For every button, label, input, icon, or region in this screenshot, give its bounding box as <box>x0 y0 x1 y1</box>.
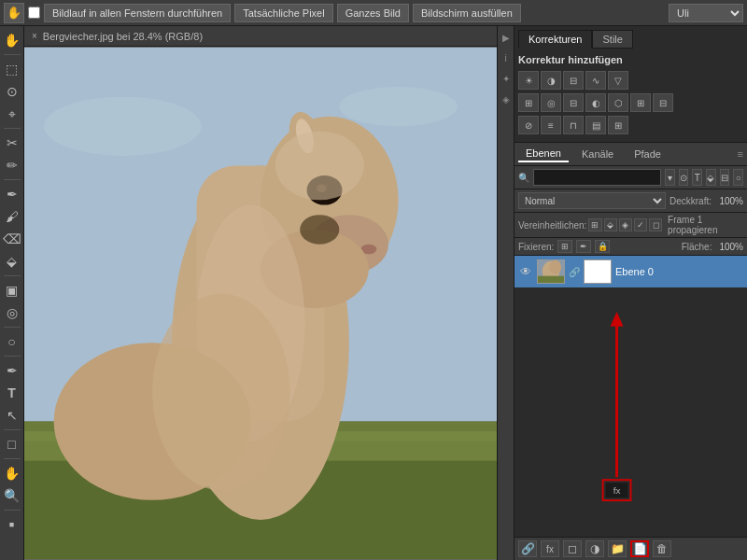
svg-point-21 <box>339 87 458 126</box>
hand-tool-icon[interactable]: ✋ <box>4 3 24 23</box>
healing-brush-tool[interactable]: ✒ <box>2 184 22 204</box>
filter-btn-3[interactable]: T <box>692 169 702 186</box>
contrast-icon[interactable]: ◑ <box>541 71 561 90</box>
new-group-button[interactable]: 📁 <box>608 540 627 557</box>
eyedropper-tool[interactable]: ✏ <box>2 155 22 175</box>
filter-btn-4[interactable]: ⬙ <box>706 169 716 186</box>
tatsaechliche-pixel-button[interactable]: Tatsächliche Pixel <box>234 4 332 22</box>
canvas-area: × Bergviecher.jpg bei 28.4% (RGB/8) <box>24 26 497 560</box>
channel-mixer-icon[interactable]: ⊞ <box>630 93 651 112</box>
fixieren-row: Fixieren: ⊞ ✒ 🔒 Fläche: 100% <box>514 238 747 256</box>
filter-toggle[interactable]: ○ <box>733 169 743 186</box>
posterize-icon[interactable]: ≡ <box>541 116 561 134</box>
side-icon-4[interactable]: ◈ <box>499 90 514 108</box>
v-icon-5[interactable]: ◻ <box>649 218 662 231</box>
gradient-map-icon[interactable]: ▤ <box>585 116 606 134</box>
svg-point-14 <box>275 132 364 201</box>
corrections-panel: Korrekturen Stile Korrektur hinzufügen ☀… <box>514 26 747 143</box>
fix-icon-2[interactable]: ✒ <box>576 240 591 253</box>
tab-kanaele[interactable]: Kanäle <box>574 147 621 161</box>
tab-korrekturen[interactable]: Korrekturen <box>518 30 592 49</box>
canvas-image <box>24 47 497 560</box>
new-adjustment-button[interactable]: ◑ <box>585 540 604 557</box>
workspace-dropdown[interactable]: Uli <box>669 4 743 22</box>
add-style-button[interactable]: fx <box>541 540 559 557</box>
fixieren-label: Fixieren: <box>518 242 554 252</box>
eraser-tool[interactable]: ⬙ <box>2 251 22 272</box>
panel-menu-icon[interactable]: ≡ <box>738 148 743 160</box>
blur-tool[interactable]: ◎ <box>2 302 22 323</box>
new-layer-button[interactable]: 📄 <box>630 540 649 557</box>
side-icon-2[interactable]: i <box>499 49 514 67</box>
v-icon-2[interactable]: ⬙ <box>604 218 617 231</box>
color-lookup-icon[interactable]: ⊟ <box>653 93 673 112</box>
photo-filter-icon[interactable]: ⬡ <box>608 93 628 112</box>
path-selection-tool[interactable]: ↖ <box>2 405 22 426</box>
delete-layer-button[interactable]: 🗑 <box>653 540 671 557</box>
dodge-tool[interactable]: ○ <box>2 331 22 352</box>
filter-icon: 🔍 <box>518 173 529 183</box>
v-icon-4[interactable]: ✓ <box>634 218 647 231</box>
v-icon-1[interactable]: ⊞ <box>588 218 601 231</box>
tab-ebenen[interactable]: Ebenen <box>518 146 569 162</box>
marquee-tool[interactable]: ⬚ <box>2 59 22 79</box>
bw-icon[interactable]: ◐ <box>585 93 606 112</box>
fix-icon-1[interactable]: ⊞ <box>557 240 572 253</box>
brush-tool[interactable]: 🖌 <box>2 206 22 227</box>
canvas-content <box>24 47 497 560</box>
bildlauf-button[interactable]: Bildlauf in allen Fenstern durchführen <box>44 4 231 22</box>
checkbox-item <box>28 7 40 19</box>
layers-search-input[interactable] <box>533 169 661 186</box>
filter-btn-2[interactable]: ⊙ <box>679 169 689 186</box>
svg-marker-27 <box>611 312 624 327</box>
ganzes-bild-button[interactable]: Ganzes Bild <box>337 4 409 22</box>
corrections-icons-row3: ⊘ ≡ ⊓ ▤ ⊞ <box>518 116 743 134</box>
close-tab-button[interactable]: × <box>32 31 37 41</box>
fix-icon-3[interactable]: 🔒 <box>595 240 610 253</box>
layer-visibility-eye[interactable]: 👁 <box>518 264 533 279</box>
bildschirm-ausfüllen-button[interactable]: Bildschirm ausfüllen <box>413 4 521 22</box>
opacity-label: Deckkraft: <box>669 196 712 206</box>
v-icon-3[interactable]: ◈ <box>619 218 632 231</box>
hand-tool[interactable]: ✋ <box>2 463 22 483</box>
color-balance-icon[interactable]: ⊟ <box>563 93 584 112</box>
blend-mode-select[interactable]: Normal <box>518 192 666 209</box>
layer-link-icon[interactable]: 🔗 <box>569 264 580 279</box>
clone-stamp-tool[interactable]: ⌫ <box>2 229 22 249</box>
pen-tool[interactable]: ✒ <box>2 360 22 381</box>
corrections-icons-row1: ☀ ◑ ⊟ ∿ ▽ <box>518 71 743 90</box>
corrections-icons-row2: ⊞ ◎ ⊟ ◐ ⬡ ⊞ ⊟ <box>518 93 743 112</box>
brightness-icon[interactable]: ☀ <box>518 71 539 90</box>
move-tool[interactable]: ✋ <box>2 30 22 50</box>
rectangle-tool[interactable]: □ <box>2 434 22 455</box>
filter-btn-5[interactable]: ⊟ <box>720 169 730 186</box>
left-toolbar: ✋ ⬚ ⊙ ⌖ ✂ ✏ ✒ 🖌 ⌫ ⬙ ▣ ◎ ○ ✒ T ↖ □ ✋ 🔍 ■ <box>0 26 24 560</box>
zoom-tool[interactable]: 🔍 <box>2 485 22 506</box>
foreground-color[interactable]: ■ <box>2 514 22 535</box>
selective-color-icon[interactable]: ⊞ <box>608 116 628 134</box>
invert-icon[interactable]: ⊘ <box>518 116 539 134</box>
tab-pfade[interactable]: Pfade <box>627 147 669 161</box>
layer-item-0[interactable]: 👁 🔗 Ebene 0 <box>514 256 747 287</box>
curves-icon[interactable]: ∿ <box>585 71 606 90</box>
exposure-icon[interactable]: ▽ <box>608 71 628 90</box>
type-tool[interactable]: T <box>2 383 22 403</box>
gradient-tool[interactable]: ▣ <box>2 280 22 301</box>
layer-name: Ebene 0 <box>615 266 743 277</box>
add-mask-button[interactable]: ◻ <box>563 540 582 557</box>
quick-select-tool[interactable]: ⌖ <box>2 104 22 124</box>
levels-icon[interactable]: ⊟ <box>563 71 584 90</box>
link-layers-button[interactable]: 🔗 <box>518 540 537 557</box>
crop-tool[interactable]: ✂ <box>2 133 22 153</box>
side-icon-1[interactable]: ▶ <box>499 28 514 47</box>
filter-type-btn[interactable]: ▾ <box>665 169 675 186</box>
svg-point-20 <box>44 97 202 156</box>
vibrance-icon[interactable]: ⊞ <box>518 93 539 112</box>
tab-stile[interactable]: Stile <box>592 30 632 49</box>
threshold-icon[interactable]: ⊓ <box>563 116 584 134</box>
side-icon-3[interactable]: ✦ <box>499 69 514 88</box>
lasso-tool[interactable]: ⊙ <box>2 81 22 102</box>
flaeche-label: Fläche: <box>682 242 712 252</box>
checkbox-input[interactable] <box>28 7 40 19</box>
hue-sat-icon[interactable]: ◎ <box>541 93 561 112</box>
